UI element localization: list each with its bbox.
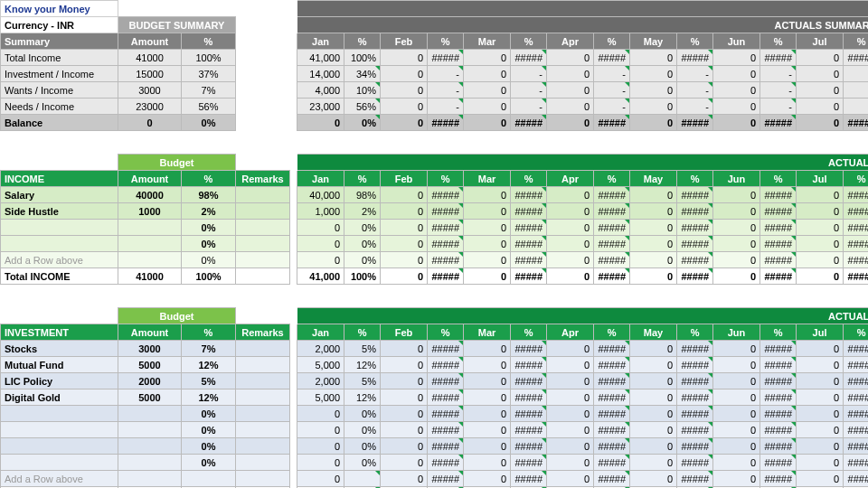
month-header: Jan <box>297 33 344 50</box>
income-row[interactable]: 0% 00%0#####0#####0#####0#####0#####0###… <box>1 220 869 236</box>
summary-row[interactable]: Wants / Income30007% 4,00010%0-0-0-0-0-0… <box>1 82 869 99</box>
budget-summary-label: BUDGET SUMMARY <box>118 17 236 33</box>
actuals-summary-label: ACTUALS SUMMARY <box>713 17 868 33</box>
investment-row[interactable]: 0% 00%0#####0#####0#####0#####0#####0###… <box>1 455 869 471</box>
summary-header: Summary <box>1 33 118 50</box>
add-row[interactable]: Add a Row above 0% 00% 0##### 0##### 0##… <box>1 252 869 268</box>
income-title: INCOME <box>1 171 118 187</box>
investment-title: INVESTMENT <box>1 324 118 341</box>
income-row[interactable]: 0% 00%0#####0#####0#####0#####0#####0###… <box>1 236 869 252</box>
budget-label: Budget <box>118 155 236 171</box>
add-row[interactable]: Add a Row above 0 0##### 0##### 0##### 0… <box>1 471 869 487</box>
balance-row[interactable]: Balance 0 0% 00% 0##### 0##### 0##### 0#… <box>1 115 869 131</box>
income-total-row[interactable]: Total INCOME 41000 100% 41,000100% 0####… <box>1 268 869 285</box>
actuals-label: ACTUALS <box>713 155 868 171</box>
income-row[interactable]: Side Hustle 10002% 1,0002%0#####0#####0#… <box>1 203 869 220</box>
investment-row[interactable]: 0% 00%0#####0#####0#####0#####0#####0###… <box>1 422 869 438</box>
investment-row[interactable]: Stocks 30007% 2,0005%0#####0#####0#####0… <box>1 341 869 357</box>
investment-row[interactable]: LIC Policy 20005% 2,0005%0#####0#####0##… <box>1 373 869 389</box>
currency-cell[interactable]: Currency - INR <box>1 17 118 33</box>
remarks-header: Remarks <box>236 171 290 187</box>
worksheet[interactable]: Know your Money Currency - INR BUDGET SU… <box>0 0 868 488</box>
title-cell[interactable]: Know your Money <box>1 1 118 17</box>
investment-row[interactable]: 0% 00%0#####0#####0#####0#####0#####0###… <box>1 438 869 455</box>
summary-row[interactable]: Investment / Income1500037% 14,00034%0-0… <box>1 66 869 82</box>
pct-header: % <box>182 33 236 50</box>
income-row[interactable]: Salary 4000098% 40,00098%0#####0#####0##… <box>1 187 869 203</box>
amount-header: Amount <box>118 33 182 50</box>
investment-row[interactable]: Digital Gold 500012% 5,00012%0#####0####… <box>1 389 869 406</box>
investment-row[interactable]: Mutual Fund 500012% 5,00012%0#####0#####… <box>1 357 869 373</box>
summary-row[interactable]: Needs / Income2300056% 23,00056%0-0-0-0-… <box>1 99 869 115</box>
summary-row[interactable]: Total Income41000100% 41,000100%0#####0#… <box>1 50 869 66</box>
investment-row[interactable]: 0% 00%0#####0#####0#####0#####0#####0###… <box>1 406 869 422</box>
